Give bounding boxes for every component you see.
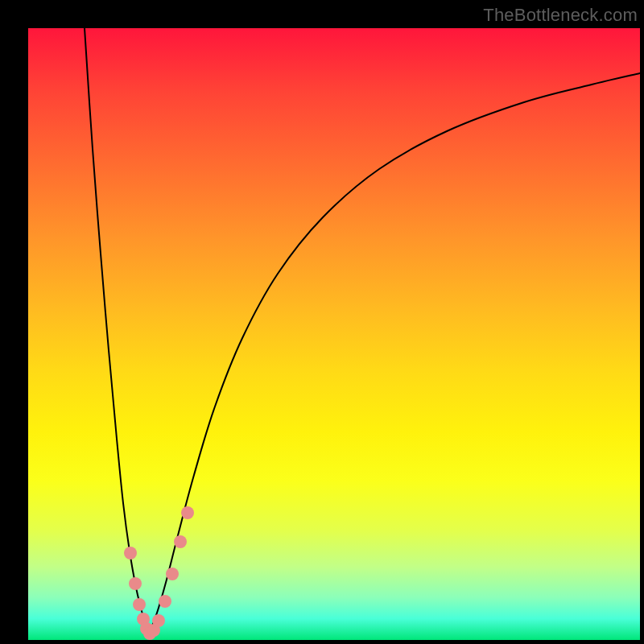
watermark-text: TheBottleneck.com: [483, 5, 638, 26]
chart-frame: TheBottleneck.com: [0, 0, 644, 644]
dip-marker: [159, 595, 171, 608]
dip-marker: [129, 577, 142, 590]
dip-marker: [166, 568, 179, 580]
series-right-branch: [149, 73, 640, 632]
dip-marker: [174, 535, 187, 548]
series-left-branch: [85, 28, 149, 632]
dip-marker: [124, 547, 137, 559]
plot-area: [28, 28, 640, 640]
dip-marker: [133, 598, 146, 611]
dip-marker: [181, 506, 194, 519]
curve-svg: [28, 28, 640, 640]
dip-marker: [152, 614, 165, 627]
